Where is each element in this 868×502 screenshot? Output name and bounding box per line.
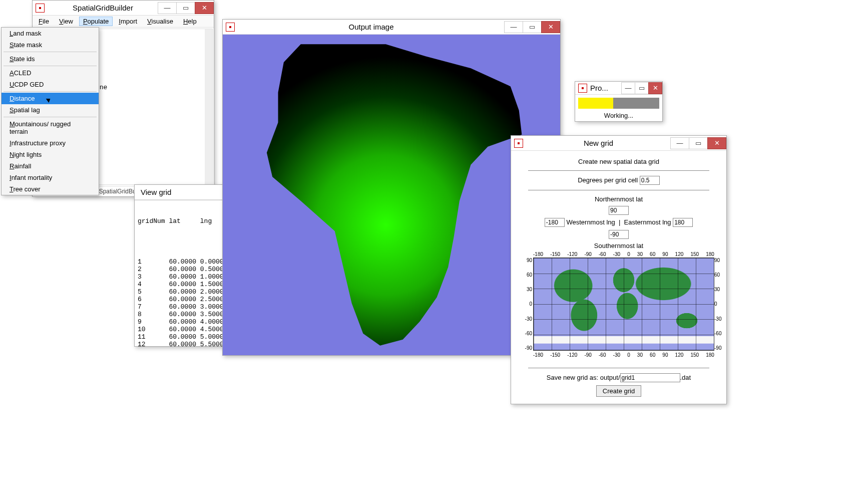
menu-item-infant-mortality[interactable]: Infant mortality <box>2 172 99 183</box>
east-input[interactable] <box>673 218 693 227</box>
output-image-window: Output image — ▭ ✕ <box>222 19 561 356</box>
x-tick: 180 <box>706 252 714 257</box>
output-titlebar[interactable]: Output image — ▭ ✕ <box>223 20 560 35</box>
close-button[interactable]: ✕ <box>648 82 662 94</box>
south-input[interactable] <box>609 230 629 239</box>
menubar: File View Populate Import Visualise Help <box>33 16 214 28</box>
deg-label: Degrees per grid cell <box>578 176 638 184</box>
x-tick: 90 <box>662 352 668 358</box>
new-grid-window: New grid — ▭ ✕ Create new spatial data g… <box>511 135 727 404</box>
south-label: Southernmost lat <box>513 242 724 249</box>
menu-visualise[interactable]: Visualise <box>143 17 177 26</box>
x-tick: -180 <box>533 352 543 358</box>
y-tick: -60 <box>714 331 725 336</box>
minimize-button[interactable]: — <box>504 21 523 33</box>
menu-separator <box>4 91 97 92</box>
menu-separator <box>4 66 97 66</box>
x-tick: -90 <box>584 252 591 257</box>
close-button[interactable]: ✕ <box>541 21 560 33</box>
menu-item-night-lights[interactable]: Night lights <box>2 149 99 160</box>
x-tick: 150 <box>690 352 699 358</box>
create-grid-button[interactable]: Create grid <box>596 385 641 397</box>
x-tick: -30 <box>613 352 620 358</box>
new-grid-titlebar[interactable]: New grid — ▭ ✕ <box>511 136 726 151</box>
main-titlebar[interactable]: SpatialGridBuilder — ▭ ✕ <box>33 1 214 16</box>
console-scrollbar[interactable] <box>205 29 212 184</box>
world-map-inner[interactable] <box>533 258 714 351</box>
x-tick: 60 <box>650 352 655 358</box>
menu-item-state-mask[interactable]: State mask <box>2 39 99 51</box>
y-tick: 0 <box>714 301 725 307</box>
y-tick: 60 <box>714 272 725 278</box>
close-button[interactable]: ✕ <box>195 2 214 14</box>
x-tick: 120 <box>675 252 684 257</box>
window-title: Pro... <box>590 84 622 92</box>
save-label-post: .dat <box>680 374 691 381</box>
maximize-button[interactable]: ▭ <box>689 137 708 149</box>
menu-item-ucdp-ged[interactable]: UCDP GED <box>2 79 99 90</box>
separator <box>528 190 709 190</box>
progress-titlebar[interactable]: Pro... — ▭ ✕ <box>575 82 662 95</box>
menu-item-infrastructure-proxy[interactable]: Infrastructure proxy <box>2 137 99 149</box>
menu-item-mountainous-rugged-terrain[interactable]: Mountainous/ rugged terrain <box>2 118 99 137</box>
y-tick: -30 <box>521 316 532 322</box>
menu-file[interactable]: File <box>35 17 53 26</box>
maximize-button[interactable]: ▭ <box>176 2 195 14</box>
x-tick: -30 <box>613 252 620 257</box>
minimize-button[interactable]: — <box>670 137 689 149</box>
x-tick: -150 <box>550 352 560 358</box>
window-title: Output image <box>238 23 505 31</box>
deg-input[interactable] <box>640 176 660 185</box>
menu-help[interactable]: Help <box>179 17 201 26</box>
close-button[interactable]: ✕ <box>707 137 726 149</box>
menu-item-spatial-lag[interactable]: Spatial lag <box>2 104 99 116</box>
east-label: Easternmost lng <box>624 218 671 226</box>
africa-shape <box>250 44 533 346</box>
y-tick: 0 <box>521 301 532 307</box>
north-input[interactable] <box>609 206 629 215</box>
save-filename-input[interactable] <box>620 373 680 382</box>
menu-import[interactable]: Import <box>115 17 141 26</box>
y-tick: -30 <box>714 316 725 322</box>
app-icon <box>514 139 523 148</box>
populate-dropdown: Land maskState maskState idsACLEDUCDP GE… <box>1 27 99 195</box>
lng-divider: | <box>619 218 620 226</box>
separator <box>528 368 709 368</box>
y-tick: -90 <box>714 345 725 351</box>
separator <box>528 170 709 171</box>
x-tick: 30 <box>637 352 643 358</box>
maximize-button[interactable]: ▭ <box>523 21 542 33</box>
x-tick: 120 <box>675 352 684 358</box>
save-label-pre: Save new grid as: output/ <box>547 374 620 381</box>
y-tick: -60 <box>521 331 532 336</box>
app-icon <box>226 23 235 32</box>
y-tick: 90 <box>714 258 725 263</box>
app-icon <box>36 4 45 13</box>
menu-separator <box>4 117 97 117</box>
x-tick: -90 <box>584 352 591 358</box>
progress-fill <box>578 98 613 109</box>
y-tick: 30 <box>521 287 532 292</box>
west-input[interactable] <box>545 218 565 227</box>
menu-item-tree-cover[interactable]: Tree cover <box>2 183 99 195</box>
menu-populate[interactable]: Populate <box>79 17 113 26</box>
progress-label: Working... <box>575 112 662 121</box>
menu-separator <box>4 52 97 52</box>
y-tick: 60 <box>521 272 532 278</box>
y-tick: 30 <box>714 287 725 292</box>
menu-item-land-mask[interactable]: Land mask <box>2 28 99 39</box>
window-title: New grid <box>526 139 671 147</box>
y-tick: 90 <box>521 258 532 263</box>
minimize-button[interactable]: — <box>621 82 635 94</box>
x-tick: -120 <box>567 252 577 257</box>
minimize-button[interactable]: — <box>158 2 177 14</box>
menu-item-state-ids[interactable]: State ids <box>2 53 99 65</box>
menu-item-acled[interactable]: ACLED <box>2 67 99 79</box>
menu-view[interactable]: View <box>55 17 77 26</box>
app-icon <box>578 84 587 93</box>
maximize-button[interactable]: ▭ <box>635 82 649 94</box>
x-tick: -180 <box>533 252 543 257</box>
menu-item-rainfall[interactable]: Rainfall <box>2 160 99 172</box>
world-gridlines <box>534 258 714 350</box>
x-tick: -60 <box>599 252 606 257</box>
